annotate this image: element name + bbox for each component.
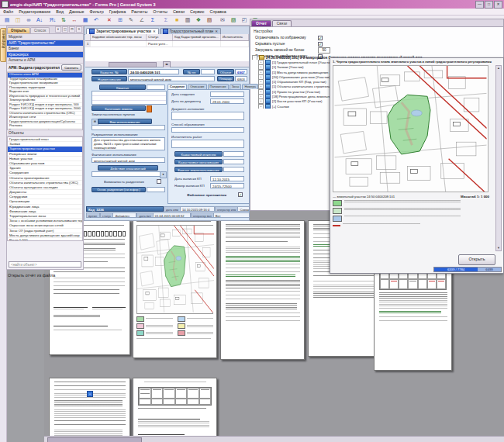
close-tab-icon[interactable]: ✕ [215,29,218,33]
panel-control-icon[interactable]: ▾ [55,26,61,33]
object-button[interactable]: Объект [217,69,234,74]
panel-control-icon[interactable]: ✕ [76,26,82,33]
tab-links[interactable]: Связи [272,20,292,26]
area-button[interactable]: Площадь [217,76,234,81]
form-tab[interactable]: Зоны [230,84,242,89]
copy-icon[interactable]: ⊞ [116,16,125,25]
object-type-item[interactable]: Растр 1:500 [8,238,82,241]
navigate-arrows-icon[interactable]: ↔ [70,16,79,25]
favorites-vertical-tab[interactable]: Избранное [0,28,6,62]
menu-item[interactable]: Графика [109,9,126,14]
permitted-use-area[interactable]: Для строительства десятиэтажного жилого … [91,137,165,150]
menu-item[interactable]: Связи [173,9,185,14]
name-field[interactable]: многоэтажный жилой дом [128,76,215,81]
form-tab[interactable]: Описание [188,84,206,89]
basis-doc-area[interactable] [171,112,244,120]
model-item[interactable]: АИП "Градостроительство" [7,40,83,46]
bank-item[interactable]: Красноярск [7,52,83,57]
menu-item[interactable]: Фильтр [90,9,104,14]
check-grid-icon[interactable]: ▦ [81,16,90,25]
close-tab-icon[interactable]: ✕ [153,29,156,33]
area-field[interactable]: 6803 [235,76,247,81]
menu-item[interactable]: Данные [69,9,84,14]
tab-open[interactable]: Открыть [7,27,30,33]
sort-asc-icon[interactable]: A↓ [35,16,44,25]
database-icon[interactable]: ▧ [205,16,214,25]
undo-icon[interactable]: ↶ [91,16,101,25]
preview-horizontal-scrollbar[interactable] [44,436,504,442]
delete-icon[interactable]: ✕ [105,16,114,25]
use-kind-button[interactable]: Вид использования [98,119,152,124]
print-preview-icon[interactable]: ◰ [240,16,249,25]
actual-use-field[interactable]: многоэтажный жилой дом [91,157,165,163]
open-report-button[interactable]: Открыть [458,254,495,265]
expander-icon[interactable]: − [252,55,257,60]
report-page-6[interactable] [49,378,130,442]
kvartal-value[interactable] [147,85,165,90]
work-executor-area[interactable] [171,140,244,148]
tab-gradplan[interactable]: Градостроительный план ✕ [160,28,221,34]
column-header[interactable]: Кодовое обозначение тер. зоны [91,34,147,40]
cadastral-number-button[interactable]: Кадастр. № [91,69,127,74]
panel-control-icon[interactable]: ⊟ [69,26,75,33]
divisibility-checkbox[interactable] [157,179,161,184]
open-report-from-file-link[interactable]: Открыть отчёт из файла [8,273,55,278]
menu-item[interactable]: Файл [3,9,13,14]
kvartal-list[interactable] [91,91,167,105]
division-basis-field[interactable] [147,187,165,192]
form-tab[interactable]: Создание [167,84,187,89]
report-page-7[interactable] [133,378,217,442]
cadastral-map-preview[interactable] [333,65,488,192]
cad-org-button[interactable]: Кадастровая организация [174,159,223,164]
search-binoculars-icon[interactable]: ∞ [24,16,33,25]
name-button[interactable]: Наименование [91,76,127,81]
menu-item[interactable]: Вид [56,9,64,14]
layers-icon[interactable]: ▥ [183,16,192,25]
single-land-use-field[interactable] [223,167,244,172]
single-land-use-button[interactable]: Единое землепользование [174,167,223,172]
sort-desc-icon[interactable]: Я↓ [48,16,57,25]
form-tab[interactable]: Номера [242,84,258,89]
restrictions-dropdown[interactable] [91,171,165,177]
menu-item[interactable]: Расчеты [131,9,147,14]
cad-engineer-field[interactable] [223,151,244,157]
file-attachments-checkbox[interactable] [238,192,243,197]
land-category-button[interactable]: Категория земель [91,105,146,111]
close-button[interactable]: ✕ [494,1,502,9]
expander-icon[interactable]: + [258,104,264,109]
object-id-field[interactable]: 6907 [235,69,247,74]
form-tab[interactable]: Положение [208,84,229,89]
scrollbar-thumb[interactable] [109,62,157,67]
column-header[interactable]: Статус [147,34,173,40]
new-doc-icon[interactable]: ▤ [2,16,12,25]
scroll-up-icon[interactable]: ▲ [496,66,501,71]
doc-date-field[interactable]: 28.01.2000 [210,98,244,104]
use-kind-field[interactable] [91,125,165,130]
preview-vertical-scrollbar[interactable]: ▲ ▼ [495,65,502,251]
division-basis-button[interactable]: Основ. разделения (см инфор.) [91,187,146,192]
cad-org-field[interactable] [223,159,244,164]
kvartal-header[interactable]: Квартал [99,85,146,90]
menu-item[interactable]: Отчеты [153,9,167,14]
change-arm-button[interactable]: Сменить [61,64,81,71]
npp-field[interactable] [201,69,215,74]
minimize-button[interactable]: — [475,1,484,9]
report-icon[interactable]: ▨ [229,16,238,25]
tab-list[interactable]: Список [30,27,50,33]
report-page-2[interactable] [133,217,217,358]
creation-date-field[interactable] [210,92,244,97]
page-marker-icon[interactable]: + [87,391,93,397]
option-hide-empty-checkbox[interactable] [318,42,323,47]
edit-icon[interactable]: ✎ [126,16,136,25]
swap-rows-icon[interactable]: ⇅ [59,16,68,25]
menu-item[interactable]: Редактирование [19,9,50,14]
report-page-3[interactable] [220,220,305,360]
option-limit-favorites-checkbox[interactable] [318,36,323,40]
menu-item[interactable]: Сервис [190,9,204,14]
column-header[interactable]: Исполнитель [221,34,249,40]
cad-engineer-button[interactable]: Кадастровый инженер [174,151,223,157]
scroll-down-icon[interactable]: ▼ [496,246,501,250]
menu-item[interactable]: Справка [210,9,226,14]
measure-icon[interactable]: ∠ [137,16,147,25]
grid-row[interactable]: 1 Ранее учте... [85,41,249,47]
